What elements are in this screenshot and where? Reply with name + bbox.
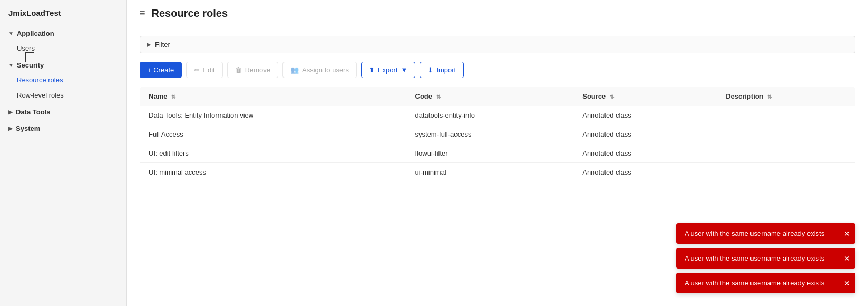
sidebar-section-application: ▼ Application Users <box>0 24 126 56</box>
import-button[interactable]: ⬇ Import <box>420 62 464 78</box>
sort-description-icon: ⇅ <box>767 94 772 100</box>
sort-source-icon: ⇅ <box>610 94 614 100</box>
security-section-label: Security <box>17 61 44 69</box>
notification-2: A user with the same username already ex… <box>676 248 855 269</box>
cell-source-3: Annotated class <box>574 163 717 182</box>
sidebar-item-users-label: Users <box>17 44 35 52</box>
cell-source-0: Annotated class <box>574 106 717 125</box>
sidebar-section-security-header[interactable]: ▼ Security <box>0 56 126 72</box>
column-source[interactable]: Source ⇅ <box>574 87 717 106</box>
column-name[interactable]: Name ⇅ <box>140 87 407 106</box>
column-description-label: Description <box>726 92 764 100</box>
app-title: JmixLoadTest <box>0 0 126 24</box>
main-body: ▶ Filter + Create ✏ Edit 🗑 Remove 👥 Assi… <box>127 27 868 306</box>
sidebar-item-row-level-roles[interactable]: Row-level roles <box>0 88 126 103</box>
chevron-right-icon-system: ▶ <box>8 126 13 131</box>
filter-chevron-icon: ▶ <box>147 41 151 48</box>
sidebar-section-data-tools-header[interactable]: ▶ Data Tools <box>0 103 126 119</box>
assign-button-label: Assign to users <box>302 66 349 74</box>
cell-name-0: Data Tools: Entity Information view <box>140 106 407 125</box>
edit-icon: ✏ <box>194 66 200 74</box>
application-section-label: Application <box>17 30 54 37</box>
column-name-label: Name <box>149 92 167 100</box>
cell-description-0 <box>717 106 855 125</box>
hamburger-icon[interactable]: ≡ <box>140 8 145 19</box>
cell-name-2: UI: edit filters <box>140 144 407 163</box>
cell-code-2: flowui-filter <box>407 144 574 163</box>
data-tools-section-label: Data Tools <box>16 108 51 116</box>
resource-roles-table: Name ⇅ Code ⇅ Source ⇅ Description ⇅ <box>140 87 855 182</box>
notification-close-2[interactable]: ✕ <box>844 255 850 262</box>
export-dropdown-icon: ▼ <box>401 66 408 74</box>
notification-1: A user with the same username already ex… <box>676 223 855 244</box>
assign-to-users-button[interactable]: 👥 Assign to users <box>282 62 357 78</box>
sidebar-section-security: ▼ Security Resource roles Row-level role… <box>0 56 126 103</box>
cell-description-1 <box>717 125 855 144</box>
chevron-down-icon: ▼ <box>8 31 14 36</box>
sidebar-section-application-header[interactable]: ▼ Application <box>0 24 126 41</box>
cell-code-3: ui-minimal <box>407 163 574 182</box>
sort-code-icon: ⇅ <box>436 94 441 100</box>
column-description[interactable]: Description ⇅ <box>717 87 855 106</box>
notification-message-2: A user with the same username already ex… <box>685 254 824 262</box>
cell-code-0: datatools-entity-info <box>407 106 574 125</box>
export-button[interactable]: ⬆ Export ▼ <box>361 62 415 78</box>
filter-row[interactable]: ▶ Filter <box>140 36 855 53</box>
edit-button[interactable]: ✏ Edit <box>186 62 222 78</box>
cell-code-1: system-full-access <box>407 125 574 144</box>
sort-name-icon: ⇅ <box>171 94 175 100</box>
cell-name-3: UI: minimal access <box>140 163 407 182</box>
download-icon: ⬇ <box>427 66 433 74</box>
chevron-right-icon-data-tools: ▶ <box>8 109 13 115</box>
sidebar: JmixLoadTest ▼ Application Users ▼ Secur… <box>0 0 127 306</box>
notification-message-1: A user with the same username already ex… <box>685 230 824 237</box>
system-section-label: System <box>16 125 40 132</box>
table-row[interactable]: UI: edit filtersflowui-filterAnnotated c… <box>140 144 855 163</box>
column-source-label: Source <box>582 92 606 100</box>
page-title: Resource roles <box>152 7 228 20</box>
cell-description-2 <box>717 144 855 163</box>
sidebar-item-resource-roles-label: Resource roles <box>17 76 63 84</box>
sidebar-item-row-level-roles-label: Row-level roles <box>17 91 64 99</box>
cell-source-1: Annotated class <box>574 125 717 144</box>
column-code[interactable]: Code ⇅ <box>407 87 574 106</box>
table-row[interactable]: Data Tools: Entity Information viewdatat… <box>140 106 855 125</box>
table-header-row: Name ⇅ Code ⇅ Source ⇅ Description ⇅ <box>140 87 855 106</box>
notification-message-3: A user with the same username already ex… <box>685 279 824 287</box>
export-button-label: Export <box>378 66 398 74</box>
trash-icon: 🗑 <box>235 66 242 74</box>
upload-icon: ⬆ <box>369 66 375 74</box>
table-row[interactable]: Full Accesssystem-full-accessAnnotated c… <box>140 125 855 144</box>
cell-name-1: Full Access <box>140 125 407 144</box>
sidebar-section-system: ▶ System <box>0 119 126 136</box>
chevron-down-icon-security: ▼ <box>8 62 14 68</box>
main-content: ≡ Resource roles ▶ Filter + Create ✏ Edi… <box>127 0 868 306</box>
remove-button-label: Remove <box>245 66 270 74</box>
notification-close-3[interactable]: ✕ <box>844 280 850 287</box>
remove-button[interactable]: 🗑 Remove <box>227 62 278 78</box>
sidebar-item-resource-roles[interactable]: Resource roles <box>0 72 126 88</box>
cell-description-3 <box>717 163 855 182</box>
table-row[interactable]: UI: minimal accessui-minimalAnnotated cl… <box>140 163 855 182</box>
create-button[interactable]: + Create <box>140 62 182 78</box>
sidebar-section-system-header[interactable]: ▶ System <box>0 119 126 136</box>
notification-close-1[interactable]: ✕ <box>844 230 850 237</box>
main-header: ≡ Resource roles <box>127 0 868 27</box>
sidebar-section-data-tools: ▶ Data Tools <box>0 103 126 119</box>
notifications-container: A user with the same username already ex… <box>676 223 855 293</box>
edit-button-label: Edit <box>203 66 214 74</box>
notification-3: A user with the same username already ex… <box>676 273 855 293</box>
import-button-label: Import <box>436 66 456 74</box>
users-icon: 👥 <box>290 66 299 74</box>
cell-source-2: Annotated class <box>574 144 717 163</box>
column-code-label: Code <box>415 92 433 100</box>
filter-label: Filter <box>155 41 170 49</box>
sidebar-item-users[interactable]: Users <box>0 41 126 56</box>
toolbar: + Create ✏ Edit 🗑 Remove 👥 Assign to use… <box>140 62 855 78</box>
